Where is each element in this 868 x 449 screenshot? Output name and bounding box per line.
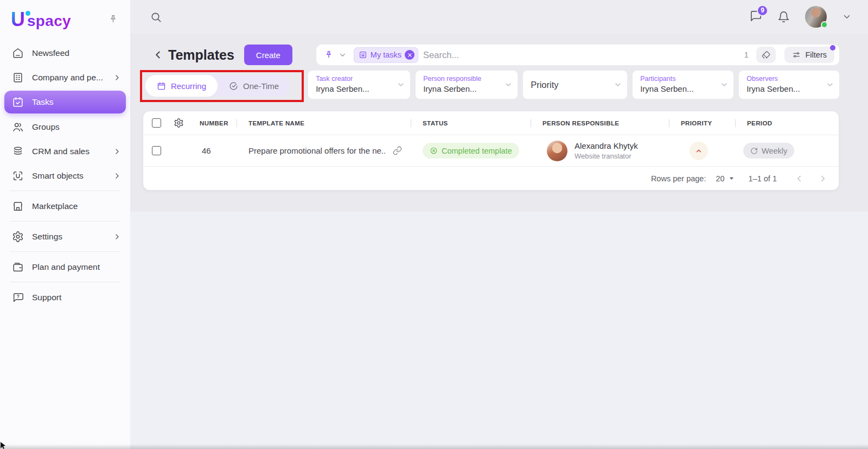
online-status-dot (821, 21, 828, 28)
column-header-number[interactable]: NUMBER (188, 120, 237, 127)
chevron-right-icon (113, 147, 122, 156)
column-header-priority[interactable]: PRIORITY (669, 120, 735, 127)
column-header-template-name[interactable]: TEMPLATE NAME (237, 120, 411, 127)
filter-participants[interactable]: Participants Iryna Serben... (633, 71, 733, 99)
sidebar-divider (10, 251, 120, 252)
sidebar-item-settings[interactable]: Settings (0, 224, 130, 249)
filter-label: Priority (531, 80, 558, 90)
sidebar-item-label: CRM and sales (32, 147, 90, 156)
back-chevron-icon[interactable] (152, 49, 164, 61)
chevron-down-icon (397, 80, 405, 89)
sidebar-item-newsfeed[interactable]: Newsfeed (0, 41, 130, 65)
table-row[interactable]: 46 Prepare promotional offers for the ne… (143, 135, 839, 166)
user-avatar[interactable] (805, 6, 827, 28)
pagination-range: 1–1 of 1 (749, 174, 777, 183)
topbar-actions: 9 (750, 6, 852, 28)
chevron-right-icon (113, 73, 122, 82)
repeat-icon (750, 147, 758, 155)
main-area: 9 Templates Create (130, 0, 868, 449)
gear-icon (12, 231, 24, 243)
filter-task-creator[interactable]: Task creator Iryna Serben... (308, 71, 410, 99)
chat-button[interactable]: 9 (750, 10, 762, 24)
tab-one-time[interactable]: One-Time (218, 75, 290, 97)
filter-label: Observers (746, 75, 825, 83)
person-avatar (547, 141, 567, 161)
sidebar-item-tasks[interactable]: Tasks (4, 91, 126, 113)
filter-label: Person responsible (423, 75, 503, 83)
page-header: Templates Create My tasks 1 Filt (152, 45, 839, 65)
column-header-period[interactable]: PERIOD (735, 120, 839, 127)
store-icon (12, 200, 24, 212)
sidebar-pin-icon[interactable] (108, 14, 118, 24)
dropdown-arrow-icon (729, 175, 735, 181)
chat-badge: 9 (757, 5, 768, 16)
person-responsible-cell[interactable]: Alexandra Khytyk Website translator (531, 141, 669, 161)
filters-label: Filters (806, 50, 827, 59)
filter-label: Participants (640, 75, 719, 83)
sliders-icon (792, 50, 801, 59)
row-checkbox[interactable] (152, 146, 161, 155)
help-bubble-icon: ? (12, 292, 24, 303)
pin-icon[interactable] (324, 50, 334, 60)
building-icon (12, 72, 24, 84)
priority-high-indicator[interactable] (690, 142, 708, 160)
smart-objects-icon (12, 170, 24, 182)
chip-label: My tasks (371, 50, 401, 59)
sidebar-item-support[interactable]: ? Support (0, 285, 130, 309)
column-header-person-responsible[interactable]: PERSON RESPONSIBLE (531, 120, 669, 127)
search-input[interactable] (423, 50, 739, 60)
pagination-next-icon[interactable] (818, 174, 828, 184)
sidebar-item-groups[interactable]: Groups (0, 115, 130, 139)
sidebar-item-label: Groups (32, 122, 60, 132)
logo-text: spacy (27, 12, 71, 30)
chevron-down-icon (720, 80, 729, 89)
chevron-up-icon (694, 147, 703, 155)
filter-priority[interactable]: Priority (523, 71, 627, 99)
my-tasks-chip[interactable]: My tasks (354, 47, 418, 63)
row-number: 46 (188, 146, 237, 155)
sidebar-item-label: Support (32, 293, 61, 302)
search-bar: My tasks 1 Filters (316, 45, 839, 65)
filter-observers[interactable]: Observers Iryna Serben... (739, 71, 839, 99)
link-icon[interactable] (393, 146, 402, 155)
pagination-prev-icon[interactable] (794, 174, 804, 184)
users-icon (12, 121, 24, 133)
filter-label: Task creator (316, 75, 396, 83)
sidebar-item-crm[interactable]: CRM and sales (0, 139, 130, 163)
template-name[interactable]: Prepare promotional offers for the ne... (248, 146, 385, 155)
filter-person-responsible[interactable]: Person responsible Iryna Serben... (416, 71, 518, 99)
sidebar-item-smart-objects[interactable]: Smart objects (0, 163, 130, 188)
search-icon[interactable] (150, 11, 162, 23)
rows-per-page-select[interactable]: 20 (716, 174, 734, 183)
rows-per-page-value: 20 (716, 174, 724, 183)
table-settings-gear-icon[interactable] (174, 118, 184, 128)
clear-filters-button[interactable] (756, 47, 776, 63)
sidebar-item-label: Tasks (32, 97, 54, 107)
filters-button[interactable]: Filters (784, 47, 834, 63)
rows-per-page-label: Rows per page: (651, 174, 706, 183)
select-all-checkbox[interactable] (152, 118, 161, 128)
sidebar-item-label: Company and pe... (32, 73, 103, 83)
chevron-down-icon (826, 80, 834, 89)
chevron-down-icon[interactable] (842, 12, 852, 22)
uspacy-logo[interactable]: U spacy (11, 10, 71, 30)
sidebar-item-label: Settings (32, 232, 62, 242)
chevron-down-icon (504, 80, 513, 89)
chip-close-icon[interactable] (405, 50, 414, 60)
create-button[interactable]: Create (244, 45, 292, 65)
filters-active-dot (830, 45, 835, 50)
logo-row: U spacy (0, 7, 130, 39)
chevron-down-icon (614, 80, 622, 89)
page-title: Templates (168, 47, 234, 63)
tab-label: One-Time (243, 81, 279, 91)
calendar-check-icon (12, 96, 24, 108)
chevron-right-icon (113, 232, 122, 241)
column-header-status[interactable]: STATUS (411, 120, 531, 127)
tab-recurring[interactable]: Recurring (145, 75, 218, 97)
filter-value: Iryna Serben... (746, 84, 825, 93)
sidebar-item-plan-payment[interactable]: Plan and payment (0, 255, 130, 279)
chevron-down-icon[interactable] (339, 51, 347, 59)
sidebar-item-marketplace[interactable]: Marketplace (0, 194, 130, 218)
bell-icon[interactable] (777, 11, 790, 23)
sidebar-item-company[interactable]: Company and pe... (0, 65, 130, 90)
